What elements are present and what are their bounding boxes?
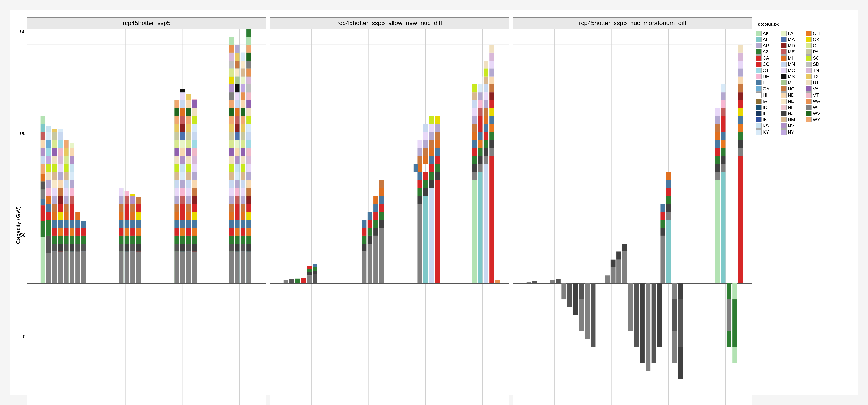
- svg-rect-552: [666, 196, 671, 204]
- svg-rect-344: [246, 172, 251, 180]
- legend-item-vt: VT: [806, 92, 831, 98]
- svg-rect-425: [413, 164, 418, 172]
- svg-rect-113: [75, 228, 80, 236]
- svg-rect-123: [119, 251, 124, 283]
- svg-rect-461: [472, 92, 477, 100]
- svg-rect-453: [472, 156, 477, 164]
- svg-rect-350: [246, 124, 251, 132]
- svg-rect-450: [472, 180, 477, 283]
- svg-rect-521: [532, 281, 537, 283]
- svg-rect-325: [241, 108, 245, 116]
- legend-swatch-oh: [806, 31, 812, 36]
- svg-rect-574: [721, 140, 726, 148]
- svg-rect-581: [721, 85, 726, 92]
- svg-rect-537: [622, 244, 627, 251]
- svg-rect-80: [64, 236, 69, 244]
- svg-rect-265: [229, 132, 234, 140]
- svg-rect-291: [235, 156, 240, 164]
- svg-rect-471: [478, 108, 483, 116]
- svg-rect-424: [424, 172, 428, 180]
- legend-label-il: IL: [763, 111, 767, 116]
- svg-rect-386: [313, 271, 317, 274]
- svg-rect-540: [640, 283, 645, 363]
- svg-rect-547: [660, 212, 665, 220]
- svg-rect-128: [119, 212, 124, 220]
- legend-item-ok: OK: [806, 37, 831, 42]
- spacer17: [831, 123, 833, 129]
- svg-rect-242: [192, 140, 197, 148]
- svg-rect-127: [119, 220, 124, 227]
- svg-rect-568: [715, 116, 720, 124]
- legend-label-mo: MO: [788, 68, 795, 73]
- legend-label-ne: NE: [788, 98, 794, 104]
- svg-rect-92: [64, 140, 69, 148]
- svg-rect-387: [313, 268, 317, 271]
- svg-rect-457: [472, 124, 477, 132]
- svg-rect-280: [235, 244, 240, 251]
- svg-rect-473: [478, 92, 483, 100]
- svg-rect-421: [424, 196, 428, 283]
- svg-rect-328: [241, 85, 245, 92]
- svg-rect-359: [246, 53, 251, 61]
- svg-rect-597: [738, 68, 743, 76]
- svg-rect-239: [192, 164, 197, 172]
- svg-rect-215: [186, 180, 191, 188]
- svg-rect-557: [672, 299, 677, 331]
- svg-rect-355: [246, 85, 251, 92]
- svg-rect-213: [186, 196, 191, 204]
- legend-label-mn: MN: [788, 62, 795, 67]
- svg-rect-53: [52, 164, 57, 172]
- svg-rect-564: [715, 148, 720, 156]
- svg-rect-156: [136, 228, 141, 236]
- legend-item-mt: MT: [781, 80, 806, 86]
- legend-swatch-il: [756, 111, 762, 116]
- svg-rect-422: [424, 188, 428, 196]
- svg-rect-313: [241, 204, 245, 212]
- legend-swatch-sc: [806, 55, 812, 61]
- svg-rect-549: [666, 220, 671, 283]
- svg-rect-438: [429, 132, 434, 140]
- svg-rect-446: [435, 140, 440, 148]
- svg-rect-144: [130, 244, 135, 251]
- svg-rect-400: [373, 228, 378, 236]
- svg-rect-286: [235, 196, 240, 204]
- legend-swatch-in: [756, 117, 762, 122]
- legend-item-al: AL: [756, 37, 781, 42]
- svg-rect-247: [192, 100, 197, 108]
- svg-rect-317: [241, 172, 245, 180]
- svg-rect-87: [64, 180, 69, 188]
- svg-rect-85: [64, 196, 69, 204]
- legend-swatch-wv: [806, 111, 812, 116]
- legend-item-nj: NJ: [781, 111, 806, 116]
- svg-rect-338: [246, 220, 251, 227]
- svg-rect-183: [180, 251, 185, 283]
- svg-rect-204: [180, 89, 185, 93]
- svg-rect-22: [40, 132, 45, 140]
- svg-rect-153: [136, 251, 141, 283]
- legend-item-ia: IA: [756, 98, 781, 104]
- svg-rect-523: [556, 279, 561, 283]
- legend-swatch-sd: [806, 62, 812, 67]
- svg-rect-326: [241, 100, 245, 108]
- svg-rect-289: [235, 172, 240, 180]
- svg-rect-454: [472, 148, 477, 156]
- svg-rect-589: [738, 132, 743, 140]
- svg-rect-260: [229, 172, 234, 180]
- svg-rect-392: [362, 228, 367, 236]
- svg-rect-141: [125, 191, 129, 196]
- svg-rect-522: [550, 280, 555, 283]
- svg-rect-420: [417, 140, 422, 148]
- svg-rect-54: [52, 156, 57, 164]
- svg-rect-134: [125, 244, 129, 251]
- svg-rect-199: [180, 124, 185, 132]
- svg-rect-318: [241, 164, 245, 172]
- legend-label-ct: CT: [763, 68, 769, 73]
- legend-swatch-ut: [806, 80, 812, 86]
- svg-rect-273: [229, 68, 234, 76]
- svg-rect-551: [666, 204, 671, 212]
- svg-rect-167: [174, 212, 179, 220]
- svg-rect-463: [478, 172, 483, 283]
- svg-rect-198: [180, 132, 185, 140]
- svg-rect-469: [478, 124, 483, 132]
- svg-rect-253: [229, 228, 234, 236]
